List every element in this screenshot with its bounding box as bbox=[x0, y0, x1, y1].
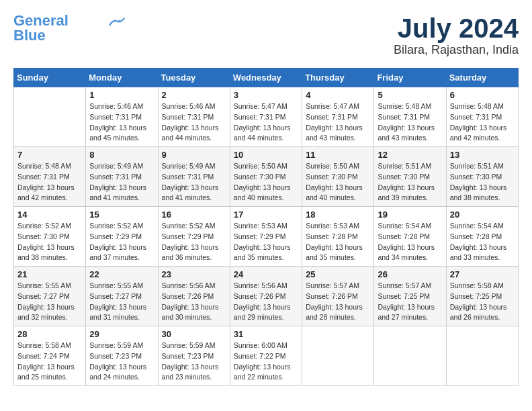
day-info: Sunrise: 5:52 AM Sunset: 7:29 PM Dayligh… bbox=[162, 221, 226, 263]
calendar-cell: 24Sunrise: 5:56 AM Sunset: 7:26 PM Dayli… bbox=[230, 267, 302, 326]
calendar-cell: 13Sunrise: 5:51 AM Sunset: 7:30 PM Dayli… bbox=[446, 147, 518, 207]
calendar-cell: 18Sunrise: 5:53 AM Sunset: 7:28 PM Dayli… bbox=[302, 207, 374, 267]
calendar-cell: 7Sunrise: 5:48 AM Sunset: 7:31 PM Daylig… bbox=[14, 147, 86, 207]
day-info: Sunrise: 5:58 AM Sunset: 7:24 PM Dayligh… bbox=[17, 340, 82, 383]
day-info: Sunrise: 5:48 AM Sunset: 7:31 PM Dayligh… bbox=[450, 101, 515, 144]
day-info: Sunrise: 5:57 AM Sunset: 7:25 PM Dayligh… bbox=[378, 281, 442, 323]
logo-blue: Blue bbox=[13, 28, 46, 43]
weekday-header: Saturday bbox=[446, 68, 518, 87]
calendar-cell: 12Sunrise: 5:51 AM Sunset: 7:30 PM Dayli… bbox=[374, 147, 446, 207]
day-number: 5 bbox=[378, 90, 442, 100]
calendar-cell: 5Sunrise: 5:48 AM Sunset: 7:31 PM Daylig… bbox=[374, 87, 446, 147]
calendar-cell: 3Sunrise: 5:47 AM Sunset: 7:31 PM Daylig… bbox=[230, 87, 302, 147]
calendar-cell: 14Sunrise: 5:52 AM Sunset: 7:30 PM Dayli… bbox=[14, 207, 86, 267]
calendar-week-row: 28Sunrise: 5:58 AM Sunset: 7:24 PM Dayli… bbox=[14, 326, 519, 386]
day-number: 3 bbox=[234, 90, 298, 100]
calendar-week-row: 7Sunrise: 5:48 AM Sunset: 7:31 PM Daylig… bbox=[14, 147, 519, 207]
day-number: 18 bbox=[306, 210, 370, 220]
day-number: 28 bbox=[17, 329, 82, 339]
calendar-cell: 10Sunrise: 5:50 AM Sunset: 7:30 PM Dayli… bbox=[230, 147, 302, 207]
calendar-cell: 15Sunrise: 5:52 AM Sunset: 7:29 PM Dayli… bbox=[86, 207, 158, 267]
day-info: Sunrise: 5:52 AM Sunset: 7:30 PM Dayligh… bbox=[17, 221, 82, 263]
calendar-week-row: 14Sunrise: 5:52 AM Sunset: 7:30 PM Dayli… bbox=[14, 207, 519, 267]
day-number: 7 bbox=[17, 150, 82, 160]
day-info: Sunrise: 5:47 AM Sunset: 7:31 PM Dayligh… bbox=[306, 101, 370, 144]
calendar-cell: 9Sunrise: 5:49 AM Sunset: 7:31 PM Daylig… bbox=[158, 147, 230, 207]
day-number: 1 bbox=[89, 90, 154, 100]
calendar-cell: 22Sunrise: 5:55 AM Sunset: 7:27 PM Dayli… bbox=[86, 267, 158, 326]
day-number: 23 bbox=[162, 269, 226, 279]
header: General Blue July 2024 Bilara, Rajasthan… bbox=[13, 13, 519, 57]
day-number: 22 bbox=[89, 269, 154, 279]
calendar-cell bbox=[374, 326, 446, 386]
weekday-header: Friday bbox=[374, 68, 446, 87]
day-info: Sunrise: 5:48 AM Sunset: 7:31 PM Dayligh… bbox=[17, 161, 82, 203]
day-number: 25 bbox=[306, 269, 370, 279]
day-number: 2 bbox=[162, 90, 226, 100]
calendar-cell: 11Sunrise: 5:50 AM Sunset: 7:30 PM Dayli… bbox=[302, 147, 374, 207]
day-number: 4 bbox=[306, 90, 370, 100]
day-number: 31 bbox=[234, 329, 298, 339]
day-info: Sunrise: 5:52 AM Sunset: 7:29 PM Dayligh… bbox=[89, 221, 154, 263]
calendar-cell: 26Sunrise: 5:57 AM Sunset: 7:25 PM Dayli… bbox=[374, 267, 446, 326]
calendar-week-row: 21Sunrise: 5:55 AM Sunset: 7:27 PM Dayli… bbox=[14, 267, 519, 326]
calendar-cell: 21Sunrise: 5:55 AM Sunset: 7:27 PM Dayli… bbox=[14, 267, 86, 326]
day-info: Sunrise: 5:53 AM Sunset: 7:29 PM Dayligh… bbox=[234, 221, 298, 263]
day-info: Sunrise: 5:57 AM Sunset: 7:26 PM Dayligh… bbox=[306, 281, 370, 323]
day-info: Sunrise: 5:59 AM Sunset: 7:23 PM Dayligh… bbox=[89, 340, 154, 383]
calendar-cell: 31Sunrise: 6:00 AM Sunset: 7:22 PM Dayli… bbox=[230, 326, 302, 386]
weekday-header: Monday bbox=[86, 68, 158, 87]
calendar-cell: 27Sunrise: 5:58 AM Sunset: 7:25 PM Dayli… bbox=[446, 267, 518, 326]
day-info: Sunrise: 5:56 AM Sunset: 7:26 PM Dayligh… bbox=[234, 281, 298, 323]
calendar-cell: 19Sunrise: 5:54 AM Sunset: 7:28 PM Dayli… bbox=[374, 207, 446, 267]
calendar-cell: 25Sunrise: 5:57 AM Sunset: 7:26 PM Dayli… bbox=[302, 267, 374, 326]
day-info: Sunrise: 5:51 AM Sunset: 7:30 PM Dayligh… bbox=[378, 161, 442, 203]
calendar-week-row: 1Sunrise: 5:46 AM Sunset: 7:31 PM Daylig… bbox=[14, 87, 519, 147]
day-info: Sunrise: 5:46 AM Sunset: 7:31 PM Dayligh… bbox=[89, 101, 154, 144]
day-number: 29 bbox=[89, 329, 154, 339]
day-info: Sunrise: 6:00 AM Sunset: 7:22 PM Dayligh… bbox=[234, 340, 298, 383]
day-info: Sunrise: 5:48 AM Sunset: 7:31 PM Dayligh… bbox=[378, 101, 442, 144]
day-info: Sunrise: 5:53 AM Sunset: 7:28 PM Dayligh… bbox=[306, 221, 370, 263]
day-number: 17 bbox=[234, 210, 298, 220]
logo-bird-icon bbox=[107, 16, 126, 28]
day-info: Sunrise: 5:56 AM Sunset: 7:26 PM Dayligh… bbox=[162, 281, 226, 323]
calendar-cell: 29Sunrise: 5:59 AM Sunset: 7:23 PM Dayli… bbox=[86, 326, 158, 386]
month-year: July 2024 bbox=[394, 13, 519, 43]
weekday-header: Thursday bbox=[302, 68, 374, 87]
day-number: 11 bbox=[306, 150, 370, 160]
weekday-header: Sunday bbox=[14, 68, 86, 87]
calendar-cell: 17Sunrise: 5:53 AM Sunset: 7:29 PM Dayli… bbox=[230, 207, 302, 267]
logo-text: General bbox=[13, 13, 69, 28]
day-info: Sunrise: 5:58 AM Sunset: 7:25 PM Dayligh… bbox=[450, 281, 515, 323]
day-number: 12 bbox=[378, 150, 442, 160]
day-number: 13 bbox=[450, 150, 515, 160]
day-info: Sunrise: 5:59 AM Sunset: 7:23 PM Dayligh… bbox=[162, 340, 226, 383]
day-number: 24 bbox=[234, 269, 298, 279]
day-number: 20 bbox=[450, 210, 515, 220]
day-info: Sunrise: 5:50 AM Sunset: 7:30 PM Dayligh… bbox=[306, 161, 370, 203]
day-number: 10 bbox=[234, 150, 298, 160]
calendar-cell: 1Sunrise: 5:46 AM Sunset: 7:31 PM Daylig… bbox=[86, 87, 158, 147]
day-info: Sunrise: 5:46 AM Sunset: 7:31 PM Dayligh… bbox=[162, 101, 226, 144]
weekday-header: Wednesday bbox=[230, 68, 302, 87]
calendar-table: SundayMondayTuesdayWednesdayThursdayFrid… bbox=[13, 68, 519, 386]
day-number: 26 bbox=[378, 269, 442, 279]
day-number: 9 bbox=[162, 150, 226, 160]
day-number: 15 bbox=[89, 210, 154, 220]
day-info: Sunrise: 5:47 AM Sunset: 7:31 PM Dayligh… bbox=[234, 101, 298, 144]
calendar-cell: 8Sunrise: 5:49 AM Sunset: 7:31 PM Daylig… bbox=[86, 147, 158, 207]
calendar-cell: 20Sunrise: 5:54 AM Sunset: 7:28 PM Dayli… bbox=[446, 207, 518, 267]
header-row: SundayMondayTuesdayWednesdayThursdayFrid… bbox=[14, 68, 519, 87]
calendar-cell bbox=[446, 326, 518, 386]
location: Bilara, Rajasthan, India bbox=[394, 43, 519, 57]
day-number: 14 bbox=[17, 210, 82, 220]
day-number: 21 bbox=[17, 269, 82, 279]
calendar-cell bbox=[14, 87, 86, 147]
day-info: Sunrise: 5:51 AM Sunset: 7:30 PM Dayligh… bbox=[450, 161, 515, 203]
day-number: 16 bbox=[162, 210, 226, 220]
day-number: 30 bbox=[162, 329, 226, 339]
day-info: Sunrise: 5:55 AM Sunset: 7:27 PM Dayligh… bbox=[17, 281, 82, 323]
calendar-cell: 28Sunrise: 5:58 AM Sunset: 7:24 PM Dayli… bbox=[14, 326, 86, 386]
title-area: July 2024 Bilara, Rajasthan, India bbox=[394, 13, 519, 57]
